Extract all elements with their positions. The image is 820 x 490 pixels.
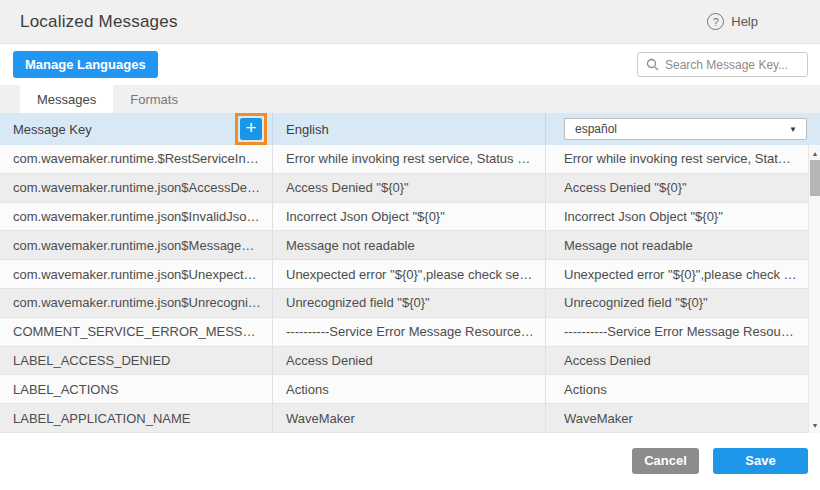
chevron-down-icon: ▼ (789, 125, 797, 134)
english-header-label: English (286, 122, 329, 137)
cell-text: com.wavemaker.runtime.$RestServiceInv… (13, 151, 262, 166)
cell-text: ----------Service Error Message Resource… (564, 324, 798, 339)
search-box[interactable] (637, 52, 808, 77)
manage-languages-button[interactable]: Manage Languages (13, 51, 158, 78)
toolbar: Manage Languages (0, 44, 820, 85)
table-row: com.wavemaker.runtime.$RestServiceInv… E… (0, 145, 808, 174)
translation-cell[interactable]: Actions (546, 375, 808, 403)
search-input[interactable] (665, 58, 799, 72)
table-row: LABEL_ACCESS_DENIED Access Denied Access… (0, 347, 808, 376)
table-row: COMMENT_SERVICE_ERROR_MESSAGES ---------… (0, 318, 808, 347)
message-key-header-label: Message Key (13, 122, 92, 137)
cell-text: LABEL_APPLICATION_NAME (13, 411, 191, 426)
english-cell[interactable]: Unexpected error "${0}",please check ser… (273, 260, 546, 288)
cell-text: Incorrect Json Object "${0}" (286, 209, 445, 224)
message-key-cell[interactable]: com.wavemaker.runtime.json$AccessDen… (0, 174, 273, 202)
cell-text: LABEL_ACTIONS (13, 382, 119, 397)
cell-text: Error while invoking rest service, Statu… (286, 151, 535, 166)
english-cell[interactable]: Unrecognized field "${0}" (273, 289, 546, 317)
cell-text: Unrecognized field "${0}" (564, 295, 708, 310)
tab-messages[interactable]: Messages (20, 85, 113, 113)
selected-language-label: español (575, 122, 617, 136)
translation-cell[interactable]: Unexpected error "${0}",please check se… (546, 260, 808, 288)
add-message-button[interactable]: + (240, 118, 262, 140)
table-row: LABEL_ACTIONS Actions Actions (0, 375, 808, 404)
column-header-message-key: Message Key + (0, 113, 273, 145)
message-key-cell[interactable]: LABEL_ACCESS_DENIED (0, 347, 273, 375)
help-icon: ? (707, 13, 724, 30)
english-cell[interactable]: Message not readable (273, 231, 546, 259)
cell-text: Actions (286, 382, 329, 397)
table-row: com.wavemaker.runtime.json$Unrecogniz… U… (0, 289, 808, 318)
cell-text: Unexpected error "${0}",please check se… (564, 267, 798, 282)
vertical-scrollbar[interactable]: ▲ ▼ (808, 145, 820, 433)
cell-text: ----------Service Error Message Resource… (286, 324, 535, 339)
cell-text: Access Denied (564, 353, 651, 368)
cell-text: Access Denied "${0}" (564, 180, 687, 195)
cell-text: Access Denied (286, 353, 373, 368)
english-cell[interactable]: Actions (273, 375, 546, 403)
save-button[interactable]: Save (713, 448, 808, 474)
cell-text: Unexpected error "${0}",please check ser… (286, 267, 535, 282)
english-cell[interactable]: ----------Service Error Message Resource… (273, 318, 546, 346)
translation-cell[interactable]: Unrecognized field "${0}" (546, 289, 808, 317)
translation-cell[interactable]: ----------Service Error Message Resource… (546, 318, 808, 346)
table-row: com.wavemaker.runtime.json$InvalidJson… … (0, 203, 808, 232)
table-row: com.wavemaker.runtime.json$AccessDen… Ac… (0, 174, 808, 203)
table-row: com.wavemaker.runtime.json$MessageN… Mes… (0, 231, 808, 260)
page-title: Localized Messages (20, 12, 178, 32)
column-header-language: español ▼ (546, 113, 820, 145)
cell-text: WaveMaker (286, 411, 355, 426)
table-row: com.wavemaker.runtime.json$Unexpecte… Un… (0, 260, 808, 289)
language-select[interactable]: español ▼ (564, 118, 807, 140)
add-message-highlight: + (235, 113, 267, 145)
cell-text: Message not readable (286, 238, 415, 253)
translation-cell[interactable]: WaveMaker (546, 404, 808, 432)
cell-text: Error while invoking rest service, Statu… (564, 151, 798, 166)
localized-messages-dialog: Localized Messages ? Help Manage Languag… (0, 0, 820, 490)
scrollbar-thumb[interactable] (810, 160, 820, 196)
scroll-down-icon[interactable]: ▼ (809, 419, 820, 431)
english-cell[interactable]: Incorrect Json Object "${0}" (273, 203, 546, 231)
cell-text: com.wavemaker.runtime.json$Unexpecte… (13, 267, 262, 282)
cell-text: com.wavemaker.runtime.json$Unrecogniz… (13, 295, 262, 310)
message-key-cell[interactable]: com.wavemaker.runtime.json$Unexpecte… (0, 260, 273, 288)
grid-header: Message Key + English español ▼ (0, 113, 820, 145)
translation-cell[interactable]: Message not readable (546, 231, 808, 259)
english-cell[interactable]: Error while invoking rest service, Statu… (273, 145, 546, 173)
search-icon (646, 58, 659, 71)
message-key-cell[interactable]: com.wavemaker.runtime.json$InvalidJson… (0, 203, 273, 231)
help-label: Help (731, 14, 758, 29)
dialog-footer: Cancel Save (0, 433, 820, 490)
scroll-up-icon[interactable]: ▲ (809, 147, 820, 159)
cell-text: WaveMaker (564, 411, 633, 426)
english-cell[interactable]: WaveMaker (273, 404, 546, 432)
message-key-cell[interactable]: LABEL_APPLICATION_NAME (0, 404, 273, 432)
cell-text: COMMENT_SERVICE_ERROR_MESSAGES (13, 324, 262, 339)
message-key-cell[interactable]: com.wavemaker.runtime.json$Unrecogniz… (0, 289, 273, 317)
cell-text: com.wavemaker.runtime.json$AccessDen… (13, 180, 262, 195)
cell-text: Actions (564, 382, 607, 397)
tab-formats[interactable]: Formats (113, 85, 195, 113)
message-key-cell[interactable]: com.wavemaker.runtime.$RestServiceInv… (0, 145, 273, 173)
translation-cell[interactable]: Access Denied (546, 347, 808, 375)
english-cell[interactable]: Access Denied "${0}" (273, 174, 546, 202)
message-key-cell[interactable]: com.wavemaker.runtime.json$MessageN… (0, 231, 273, 259)
table-row: LABEL_APPLICATION_NAME WaveMaker WaveMak… (0, 404, 808, 433)
cell-text: com.wavemaker.runtime.json$InvalidJson… (13, 209, 262, 224)
translation-cell[interactable]: Incorrect Json Object "${0}" (546, 203, 808, 231)
message-key-cell[interactable]: LABEL_ACTIONS (0, 375, 273, 403)
cell-text: com.wavemaker.runtime.json$MessageN… (13, 238, 262, 253)
cancel-button[interactable]: Cancel (632, 448, 699, 474)
cell-text: Unrecognized field "${0}" (286, 295, 430, 310)
english-cell[interactable]: Access Denied (273, 347, 546, 375)
help-button[interactable]: ? Help (707, 13, 758, 30)
grid-body: com.wavemaker.runtime.$RestServiceInv… E… (0, 145, 820, 433)
grid-rows: com.wavemaker.runtime.$RestServiceInv… E… (0, 145, 808, 433)
cell-text: Incorrect Json Object "${0}" (564, 209, 723, 224)
cell-text: Message not readable (564, 238, 693, 253)
translation-cell[interactable]: Error while invoking rest service, Statu… (546, 145, 808, 173)
tab-bar: Messages Formats (0, 85, 820, 113)
message-key-cell[interactable]: COMMENT_SERVICE_ERROR_MESSAGES (0, 318, 273, 346)
translation-cell[interactable]: Access Denied "${0}" (546, 174, 808, 202)
